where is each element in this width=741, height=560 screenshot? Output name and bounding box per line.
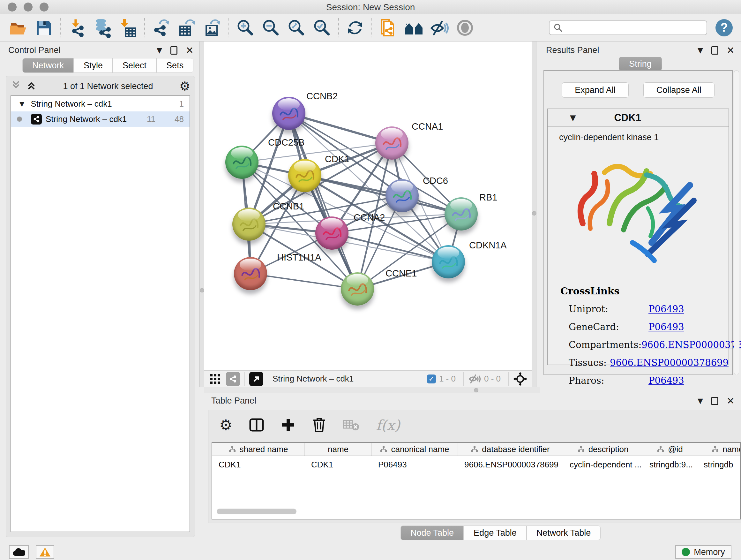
horizontal-splitter-handle[interactable] [474,388,478,392]
search-input[interactable] [563,23,697,33]
table-cell[interactable]: CDK1 [212,460,305,470]
network-node-ccnb1[interactable] [232,207,266,241]
export-network-icon[interactable] [151,18,171,38]
network-node-ccna2[interactable] [315,216,348,250]
crosslink-value-link[interactable]: P06493 [649,304,684,314]
crosslink-value-link[interactable]: P06493 [649,375,684,386]
table-row[interactable]: CDK1CDK1P064939606.ENSP00000378699cyclin… [212,456,740,473]
zoom-out-icon[interactable] [261,18,281,38]
table-cell[interactable]: P06493 [372,460,458,470]
clone-network-icon[interactable] [379,18,398,38]
results-panel-float-icon[interactable] [711,46,718,55]
node-label-ccna2: CCNA2 [354,212,385,223]
network-canvas[interactable]: CCNB2CCNA1CDC25BCDK1CDC6RB1CCNB1CCNA2CDK… [204,42,532,370]
delete-column-icon[interactable] [312,417,326,433]
right-splitter[interactable] [532,42,536,387]
zoom-in-icon[interactable] [235,18,255,38]
navigator-crosshair-icon[interactable] [513,372,527,386]
table-hscrollbar[interactable] [217,509,296,514]
hide-selected-icon[interactable] [429,18,449,38]
network-node-hist1h1a[interactable] [234,257,267,290]
zoom-fit-icon[interactable] [286,18,307,38]
table-cell[interactable]: 9606.ENSP00000378699 [458,460,563,470]
table-panel-float-icon[interactable] [711,397,718,405]
network-node-ccnb2[interactable] [272,97,306,130]
export-image-icon[interactable] [202,18,222,38]
collapse-all-networks-icon[interactable] [26,81,37,91]
table-panel-close-icon[interactable]: ✕ [727,395,735,407]
tab-network[interactable]: Network [22,58,74,73]
network-node-cdc6[interactable] [386,179,419,212]
crosslink-value-link[interactable]: 9606.ENSP00000378699 [610,357,729,368]
export-table-icon[interactable] [177,18,197,38]
panel-close-icon[interactable]: ✕ [186,45,194,56]
first-neighbors-icon[interactable] [404,18,424,38]
table-panel-menu-icon[interactable]: ▼ [697,397,703,405]
results-panel-menu-icon[interactable]: ▼ [697,46,703,54]
tab-node-table[interactable]: Node Table [401,525,464,540]
zoom-selected-icon[interactable] [312,18,332,38]
network-options-gear-icon[interactable]: ⚙ [179,79,190,93]
tab-string[interactable]: String [619,57,662,71]
network-node-ccne1[interactable] [341,272,374,306]
network-node-cdc25b[interactable] [225,145,259,179]
column-header-shared-name[interactable]: shared name [212,443,305,455]
crosslink-value-link[interactable]: 9606.ENSP00000378699 [642,339,741,350]
view-grid-icon[interactable] [209,373,221,385]
warnings-button[interactable] [36,545,54,559]
right-splitter-handle[interactable] [532,211,536,215]
panel-float-icon[interactable] [171,46,178,55]
expand-all-button[interactable]: Expand All [562,82,629,98]
column-header-name[interactable]: name [305,443,372,455]
tab-network-table[interactable]: Network Table [527,525,601,540]
section-collapse-icon[interactable]: ▼ [570,113,576,122]
expand-all-networks-icon[interactable] [10,81,21,91]
help-button[interactable]: ? [716,19,733,37]
network-node-ccna1[interactable] [375,126,408,160]
tab-select[interactable]: Select [113,58,156,73]
panel-menu-icon[interactable]: ▼ [157,46,162,54]
results-scrollbar[interactable] [734,70,739,375]
create-column-icon[interactable] [281,418,295,432]
show-columns-icon[interactable] [249,417,264,433]
left-splitter[interactable] [199,42,204,387]
table-cell[interactable]: cyclin-dependent ... [563,460,643,470]
table-cell[interactable]: stringdb [697,460,741,470]
column-header-description[interactable]: description [563,443,643,455]
import-network-from-database-icon[interactable] [92,18,112,38]
column-header-namespace[interactable]: namespace [697,443,741,455]
show-all-icon[interactable] [455,18,475,38]
view-share-icon[interactable] [226,372,240,386]
network-node-cdkn1a[interactable] [432,245,465,278]
network-node-cdk1[interactable] [288,159,321,192]
selected-checkbox-icon[interactable]: ✓ [427,374,436,383]
cloud-status-button[interactable] [9,545,29,559]
network-collection-row[interactable]: ▼ String Network – cdk1 1 [11,96,190,111]
left-splitter-handle[interactable] [200,288,204,293]
collapse-all-button[interactable]: Collapse All [643,82,715,98]
table-header-row: shared namenamecanonical namedatabase id… [212,443,740,456]
refresh-icon[interactable] [345,18,365,38]
table-cell[interactable]: stringdb:9... [643,460,697,470]
detach-view-icon[interactable] [249,372,263,386]
node-details-header[interactable]: ▼ CDK1 [548,109,729,127]
results-panel-close-icon[interactable]: ✕ [727,45,735,56]
import-table-icon[interactable] [118,18,138,38]
save-session-icon[interactable] [34,18,54,38]
column-header--id[interactable]: @id [643,443,697,455]
memory-button[interactable]: Memory [675,545,731,559]
network-node-rb1[interactable] [445,197,478,231]
results-panel-title: Results Panel [546,45,599,55]
import-network-icon[interactable] [67,18,87,38]
tab-edge-table[interactable]: Edge Table [464,525,527,540]
network-row[interactable]: String Network – cdk1 11 48 [11,111,190,127]
crosslink-value-link[interactable]: P06493 [649,321,684,332]
tab-style[interactable]: Style [74,58,113,73]
column-header-database-identifier[interactable]: database identifier [458,443,563,455]
column-header-canonical-name[interactable]: canonical name [372,443,458,455]
open-file-icon[interactable] [8,18,28,38]
tab-sets[interactable]: Sets [156,58,193,73]
tree-expand-icon[interactable]: ▼ [19,100,24,108]
table-options-gear-icon[interactable]: ⚙ [219,416,232,434]
table-cell[interactable]: CDK1 [305,460,372,470]
